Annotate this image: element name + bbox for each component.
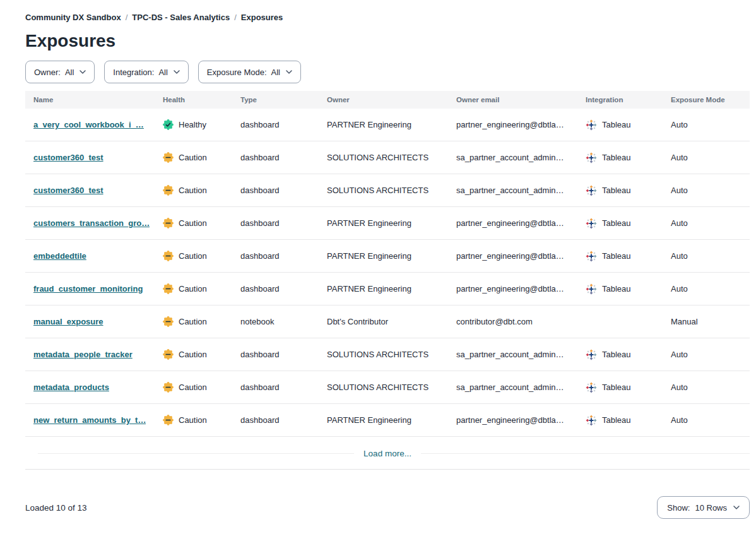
owner-cell: PARTNER Engineering [319, 284, 448, 294]
exposure-mode-filter-value: All [271, 68, 280, 77]
tableau-icon [586, 119, 597, 131]
chevron-down-icon [80, 70, 86, 74]
exposure-mode-cell: Auto [663, 153, 750, 162]
table-body: a_very_cool_workbook_i_… Healthy d [25, 109, 750, 437]
exposure-name-link[interactable]: a_very_cool_workbook_i_… [33, 120, 144, 129]
breadcrumb-item-package[interactable]: TPC-DS - Sales Analytics [132, 13, 230, 22]
pagination-footer: Loaded 10 of 13 Show: 10 Rows [25, 496, 750, 519]
table-row: metadata_products Caution dashboar [25, 371, 750, 404]
integration-label: Tableau [602, 218, 631, 228]
owner-cell: SOLUTIONS ARCHITECTS [319, 350, 448, 359]
integration-label: Tableau [602, 383, 631, 392]
column-header-type: Type [232, 96, 319, 104]
health-status-icon [163, 185, 174, 196]
chevron-down-icon [286, 70, 292, 74]
integration-label: Tableau [602, 153, 631, 162]
column-header-integration: Integration [577, 96, 663, 104]
exposure-mode-cell: Auto [663, 186, 750, 195]
owner-email-cell: partner_engineering@dbtla… [448, 218, 577, 228]
type-cell: dashboard [232, 218, 319, 228]
breadcrumb-item-project[interactable]: Community DX Sandbox [25, 13, 121, 22]
breadcrumb: Community DX Sandbox / TPC-DS - Sales An… [25, 13, 750, 22]
integration-filter-dropdown[interactable]: Integration: All [104, 61, 189, 83]
type-cell: dashboard [232, 284, 319, 294]
chevron-down-icon [733, 506, 740, 509]
exposure-name-link[interactable]: manual_exposure [33, 317, 103, 326]
health-label: Caution [179, 251, 207, 261]
table-row: embeddedtile Caution dashboard [25, 240, 750, 273]
health-label: Caution [179, 350, 207, 359]
loaded-count-text: Loaded 10 of 13 [25, 503, 87, 513]
table-row: customer360_test Caution dashboard [25, 174, 750, 207]
owner-email-cell: sa_partner_account_admin… [448, 383, 577, 392]
owner-filter-dropdown[interactable]: Owner: All [25, 61, 95, 83]
exposure-mode-cell: Auto [663, 383, 750, 392]
health-label: Caution [179, 284, 207, 294]
health-label: Caution [179, 383, 207, 392]
exposure-name-link[interactable]: embeddedtile [33, 251, 86, 261]
health-status-icon [163, 283, 174, 294]
integration-label: Tableau [602, 415, 631, 425]
exposure-name-link[interactable]: metadata_products [33, 383, 109, 392]
owner-filter-value: All [65, 68, 74, 77]
exposure-name-link[interactable]: customers_transaction_gro… [33, 218, 150, 228]
owner-cell: SOLUTIONS ARCHITECTS [319, 186, 448, 195]
exposure-mode-cell: Auto [663, 218, 750, 228]
owner-email-cell: sa_partner_account_admin… [448, 186, 577, 195]
filter-bar: Owner: All Integration: All Exposure Mod… [25, 61, 750, 83]
owner-email-cell: partner_engineering@dbtla… [448, 251, 577, 261]
chevron-down-icon [174, 70, 180, 74]
type-cell: dashboard [232, 383, 319, 392]
exposures-page: Community DX Sandbox / TPC-DS - Sales An… [0, 0, 756, 519]
exposure-name-link[interactable]: new_return_amounts_by_t… [33, 415, 146, 425]
health-label: Caution [179, 153, 207, 162]
exposures-table: Name Health Type Owner Owner email Integ… [25, 91, 750, 470]
tableau-icon [586, 185, 597, 196]
exposure-name-link[interactable]: fraud_customer_monitoring [33, 284, 143, 294]
integration-label: Tableau [602, 120, 631, 129]
exposure-mode-cell: Auto [663, 350, 750, 359]
owner-email-cell: partner_engineering@dbtla… [448, 284, 577, 294]
integration-label: Tableau [602, 350, 631, 359]
owner-cell: SOLUTIONS ARCHITECTS [319, 153, 448, 162]
integration-cell: Tableau [577, 382, 663, 393]
owner-cell: SOLUTIONS ARCHITECTS [319, 383, 448, 392]
integration-filter-label: Integration: [113, 68, 154, 77]
exposure-name-link[interactable]: customer360_test [33, 186, 103, 195]
column-header-owner: Owner [319, 96, 448, 104]
exposure-name-link[interactable]: customer360_test [33, 153, 103, 162]
type-cell: dashboard [232, 153, 319, 162]
load-more-link[interactable]: Load more... [354, 448, 421, 458]
table-row: manual_exposure Caution notebook [25, 306, 750, 338]
owner-cell: Dbt's Contributor [319, 317, 448, 326]
tableau-icon [586, 283, 597, 295]
integration-cell: Tableau [577, 349, 663, 360]
type-cell: dashboard [232, 415, 319, 425]
exposure-mode-filter-label: Exposure Mode: [207, 68, 267, 77]
table-row: a_very_cool_workbook_i_… Healthy d [25, 109, 750, 141]
type-cell: notebook [232, 317, 319, 326]
page-title: Exposures [25, 30, 750, 52]
type-cell: dashboard [232, 186, 319, 195]
exposure-mode-cell: Manual [663, 317, 750, 326]
table-row: fraud_customer_monitoring Caution [25, 273, 750, 306]
show-rows-dropdown[interactable]: Show: 10 Rows [657, 496, 750, 519]
owner-cell: PARTNER Engineering [319, 218, 448, 228]
table-row: new_return_amounts_by_t… Caution d [25, 404, 750, 437]
integration-label: Tableau [602, 251, 631, 261]
integration-label: Tableau [602, 284, 631, 294]
integration-cell: Tableau [577, 218, 663, 229]
integration-cell: Tableau [577, 415, 663, 426]
table-row: customers_transaction_gro… Caution [25, 207, 750, 240]
table-header-row: Name Health Type Owner Owner email Integ… [25, 91, 750, 109]
type-cell: dashboard [232, 120, 319, 129]
health-label: Caution [179, 317, 207, 326]
type-cell: dashboard [232, 350, 319, 359]
exposure-mode-filter-dropdown[interactable]: Exposure Mode: All [198, 61, 301, 83]
exposure-name-link[interactable]: metadata_people_tracker [33, 350, 133, 359]
health-status-icon [163, 349, 174, 360]
integration-cell: Tableau [577, 251, 663, 262]
tableau-icon [586, 349, 597, 360]
integration-cell: Tableau [577, 152, 663, 163]
health-status-icon [163, 251, 174, 261]
